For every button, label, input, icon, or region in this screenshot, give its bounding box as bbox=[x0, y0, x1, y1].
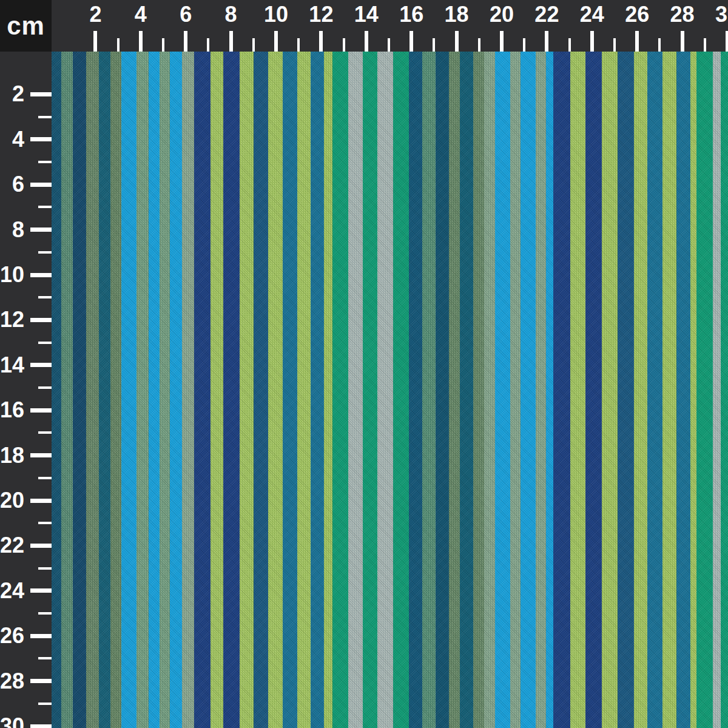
ruler-left-label: 16 bbox=[0, 399, 24, 421]
ruler-top-tick-major bbox=[274, 31, 278, 52]
ruler-top-label: 14 bbox=[354, 4, 379, 25]
fabric-stripe bbox=[393, 52, 409, 728]
ruler-vertical: 24681012141618202224262830 bbox=[0, 52, 52, 728]
ruler-top-tick-minor bbox=[343, 38, 345, 52]
fabric-stripe bbox=[449, 52, 460, 728]
ruler-top-tick-minor bbox=[117, 38, 120, 52]
fabric-stripe bbox=[460, 52, 473, 728]
ruler-unit-box: cm bbox=[0, 0, 52, 52]
fabric-stripe bbox=[110, 52, 121, 728]
ruler-top-label: 26 bbox=[625, 4, 649, 25]
fabric-stripe bbox=[585, 52, 602, 728]
fabric-stripe bbox=[136, 52, 149, 728]
ruler-left-label: 6 bbox=[12, 174, 24, 195]
ruler-left-label: 2 bbox=[12, 83, 24, 105]
fabric-stripe bbox=[510, 52, 521, 728]
ruler-left-label: 28 bbox=[0, 670, 24, 692]
fabric-stripe bbox=[170, 52, 182, 728]
ruler-left-tick-major bbox=[30, 634, 52, 638]
fabric-ruler-viewer: 24681012141618202224262830 2468101214161… bbox=[0, 0, 728, 728]
ruler-top-label: 12 bbox=[309, 4, 333, 25]
ruler-left-tick-major bbox=[30, 679, 52, 683]
fabric-stripe bbox=[618, 52, 634, 728]
ruler-left-tick-minor bbox=[38, 116, 52, 118]
fabric-stripe bbox=[311, 52, 324, 728]
ruler-left-tick-major bbox=[30, 318, 52, 322]
ruler-left-tick-major bbox=[30, 183, 52, 187]
ruler-left-tick-major bbox=[30, 363, 52, 367]
fabric-stripe bbox=[521, 52, 536, 728]
fabric-stripe bbox=[211, 52, 223, 728]
fabric-stripe bbox=[570, 52, 585, 728]
ruler-left-label: 14 bbox=[0, 354, 24, 376]
fabric-stripe bbox=[182, 52, 194, 728]
fabric-stripe bbox=[536, 52, 546, 728]
fabric-stripe bbox=[61, 52, 73, 728]
ruler-top-tick-minor bbox=[613, 38, 616, 52]
ruler-top-label: 24 bbox=[580, 4, 604, 25]
fabric-stripe bbox=[283, 52, 297, 728]
fabric-swatch bbox=[52, 52, 728, 728]
ruler-top-tick-minor bbox=[433, 38, 435, 52]
fabric-stripe bbox=[662, 52, 676, 728]
ruler-top-label: 10 bbox=[264, 4, 288, 25]
ruler-left-label: 22 bbox=[0, 534, 24, 556]
ruler-top-label: 18 bbox=[445, 4, 469, 25]
fabric-stripe bbox=[676, 52, 690, 728]
ruler-top-tick-minor bbox=[388, 38, 390, 52]
ruler-top-tick-major bbox=[93, 31, 97, 52]
fabric-stripe bbox=[324, 52, 332, 728]
ruler-left-label: 8 bbox=[12, 219, 24, 241]
fabric-stripe bbox=[73, 52, 86, 728]
ruler-top-label: 20 bbox=[490, 4, 514, 25]
fabric-stripe bbox=[297, 52, 311, 728]
ruler-left-tick-major bbox=[30, 453, 52, 457]
ruler-left-label: 30 bbox=[0, 715, 24, 728]
ruler-left-tick-minor bbox=[38, 161, 52, 163]
ruler-left-tick-minor bbox=[38, 296, 52, 298]
fabric-stripe bbox=[240, 52, 254, 728]
ruler-left-tick-major bbox=[30, 137, 52, 141]
ruler-left-label: 10 bbox=[0, 264, 24, 286]
ruler-top-tick-major bbox=[184, 31, 187, 52]
ruler-left-tick-major bbox=[30, 499, 52, 503]
fabric-stripe bbox=[223, 52, 240, 728]
ruler-left-tick-minor bbox=[38, 342, 52, 344]
fabric-stripe bbox=[696, 52, 713, 728]
ruler-top-tick-major bbox=[500, 31, 504, 52]
ruler-left-tick-major bbox=[30, 544, 52, 548]
ruler-top-label: 8 bbox=[225, 4, 237, 25]
ruler-top-tick-major bbox=[635, 31, 639, 52]
ruler-left-tick-minor bbox=[38, 703, 52, 705]
ruler-top-tick-minor bbox=[252, 38, 255, 52]
ruler-top-tick-major bbox=[319, 31, 323, 52]
ruler-top-tick-major bbox=[410, 31, 413, 52]
fabric-stripe bbox=[553, 52, 570, 728]
ruler-top-tick-major bbox=[726, 31, 728, 52]
ruler-left-tick-minor bbox=[38, 251, 52, 254]
ruler-left-tick-minor bbox=[38, 567, 52, 570]
fabric-stripe bbox=[363, 52, 377, 728]
fabric-stripe bbox=[52, 52, 61, 728]
fabric-stripe bbox=[99, 52, 110, 728]
ruler-top-label: 22 bbox=[534, 4, 559, 25]
ruler-left-tick-minor bbox=[38, 206, 52, 208]
fabric-stripe bbox=[602, 52, 618, 728]
ruler-top-label: 16 bbox=[399, 4, 423, 25]
ruler-unit-label: cm bbox=[7, 13, 45, 39]
fabric-stripe bbox=[86, 52, 99, 728]
fabric-stripe bbox=[495, 52, 510, 728]
fabric-stripe bbox=[409, 52, 422, 728]
ruler-top-tick-major bbox=[590, 31, 594, 52]
ruler-left-label: 18 bbox=[0, 445, 24, 467]
ruler-top-tick-minor bbox=[478, 38, 480, 52]
ruler-top-label: 30 bbox=[715, 4, 728, 25]
fabric-stripe bbox=[254, 52, 268, 728]
fabric-stripe bbox=[634, 52, 647, 728]
ruler-left-tick-major bbox=[30, 588, 52, 593]
fabric-stripe bbox=[422, 52, 436, 728]
ruler-top-tick-major bbox=[545, 31, 548, 52]
fabric-stripe bbox=[436, 52, 449, 728]
fabric-stripe bbox=[721, 52, 728, 728]
ruler-top-tick-major bbox=[229, 31, 233, 52]
